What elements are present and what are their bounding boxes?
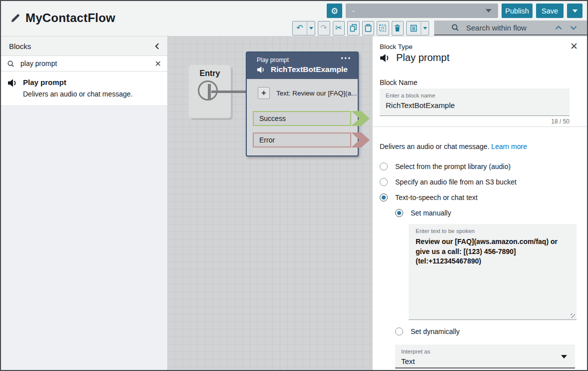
annotations-button[interactable]	[407, 22, 421, 35]
option-label: Specify an audio file from an S3 bucket	[395, 178, 517, 186]
flow-canvas[interactable]: Entry Play prompt ••• RichTextBotExample…	[167, 36, 372, 370]
page-title: MyContactFlow	[25, 11, 115, 25]
undo-icon: ↶	[296, 24, 303, 32]
option-prompt-library[interactable]: Select from the prompt library (audio)	[380, 162, 511, 170]
radio-selected-icon[interactable]	[395, 209, 403, 217]
block-name-label: Block Name	[380, 78, 417, 86]
option-s3-bucket[interactable]: Specify an audio file from an S3 bucket	[380, 178, 517, 186]
chevron-down-icon	[486, 9, 492, 12]
play-prompt-node[interactable]: Play prompt ••• RichTextBotExample + Tex…	[246, 52, 359, 156]
chevron-down-icon	[309, 27, 313, 30]
copy-button[interactable]	[347, 21, 360, 36]
sidebar-title: Blocks	[9, 42, 31, 50]
block-item-description: Delivers an audio or chat message.	[23, 90, 132, 98]
description-text: Delivers an audio or chat message.	[380, 142, 489, 150]
radio-unselected-icon[interactable]	[380, 178, 388, 186]
resize-handle-icon[interactable]	[571, 314, 575, 318]
entry-port-stem	[208, 84, 211, 99]
blocks-search-row: ✕	[1, 56, 167, 72]
blocks-sidebar: Blocks ✕ Play prompt Delivers an audio o…	[1, 36, 167, 370]
clipboard-icon	[365, 24, 372, 32]
app-window: MyContactFlow ⚙ - Publish Save ↶ ↷ ✂	[0, 0, 588, 371]
clear-search-icon[interactable]: ✕	[155, 59, 161, 68]
edit-pencil-icon[interactable]	[10, 13, 20, 24]
flow-title-area: MyContactFlow	[10, 11, 115, 25]
learn-more-link[interactable]: Learn more	[491, 142, 527, 150]
scissors-icon: ✂	[335, 24, 342, 32]
undo-menu-button[interactable]	[307, 22, 315, 35]
redo-icon: ↷	[321, 24, 327, 32]
search-icon	[7, 60, 14, 68]
top-controls: ⚙ - Publish Save	[327, 4, 583, 18]
node-action-row: + Text: Review our [FAQ](a...	[258, 87, 358, 99]
radio-unselected-icon[interactable]	[380, 162, 388, 170]
option-label: Set dynamically	[411, 328, 460, 336]
branch-error[interactable]: Error	[253, 132, 351, 148]
publish-button[interactable]: Publish	[502, 4, 533, 18]
close-icon[interactable]: ✕	[570, 42, 578, 51]
node-menu-ellipsis-icon[interactable]: •••	[341, 55, 352, 62]
block-item-title: Play prompt	[23, 78, 132, 87]
save-menu-button[interactable]	[567, 4, 583, 18]
node-name: RichTextBotExample	[271, 65, 348, 74]
flow-search-input[interactable]	[465, 23, 555, 32]
entry-label: Entry	[189, 69, 231, 78]
block-description: Delivers an audio or chat message. Learn…	[380, 142, 527, 150]
note-document-icon	[410, 24, 417, 32]
marquee-select-icon	[379, 24, 387, 32]
option-set-dynamically[interactable]: Set dynamically	[395, 328, 460, 336]
interpret-as-value: Text	[401, 357, 569, 366]
undo-button[interactable]: ↶	[293, 22, 307, 35]
gear-icon: ⚙	[331, 6, 338, 16]
option-text-to-speech[interactable]: Text-to-speech or chat text	[380, 194, 478, 202]
blocks-search-input[interactable]	[19, 59, 150, 68]
flow-toolbar: ↶ ↷ ✂	[292, 20, 587, 36]
branch-success-arrow-icon[interactable]	[351, 111, 370, 126]
chevron-up-icon[interactable]	[555, 26, 562, 30]
block-list-item-play-prompt[interactable]: Play prompt Delivers an audio or chat me…	[1, 72, 167, 106]
cut-button[interactable]: ✂	[333, 21, 345, 36]
option-set-manually[interactable]: Set manually	[395, 209, 451, 217]
character-counter: 18 / 50	[380, 118, 570, 125]
version-dropdown[interactable]: -	[346, 4, 498, 18]
radio-unselected-icon[interactable]	[395, 328, 403, 336]
collapse-chevron-left-icon[interactable]	[155, 43, 159, 50]
redo-button[interactable]: ↷	[318, 21, 330, 36]
delete-button[interactable]	[392, 21, 404, 36]
chevron-down-icon[interactable]	[570, 26, 577, 30]
chevron-down-icon	[423, 27, 427, 30]
interpret-as-select[interactable]: Interpret as Text	[395, 344, 575, 368]
flow-search-bar	[434, 20, 587, 36]
block-settings-panel: Block Type ✕ Play prompt Block Name Ente…	[372, 36, 587, 370]
annotations-menu-button[interactable]	[421, 22, 429, 35]
connector-line	[211, 90, 250, 93]
node-name-row: RichTextBotExample	[247, 65, 358, 74]
branch-error-arrow-icon[interactable]	[351, 132, 370, 148]
node-action-text: Text: Review our [FAQ](a...	[276, 90, 357, 97]
block-type-label: Block Type	[380, 43, 413, 50]
save-button[interactable]: Save	[536, 4, 564, 18]
block-item-texts: Play prompt Delivers an audio or chat me…	[23, 78, 132, 98]
sidebar-header: Blocks	[1, 36, 167, 56]
version-value: -	[352, 6, 355, 15]
settings-button[interactable]: ⚙	[327, 4, 342, 18]
block-name-value: RichTextBotExample	[386, 101, 564, 110]
paste-button[interactable]	[362, 21, 375, 36]
interpret-as-label: Interpret as	[401, 348, 569, 354]
speaker-icon	[380, 54, 390, 62]
top-bar: MyContactFlow ⚙ - Publish Save ↶ ↷ ✂	[1, 1, 587, 36]
option-label: Text-to-speech or chat text	[395, 194, 478, 202]
branch-success[interactable]: Success	[253, 111, 351, 126]
section-divider	[373, 126, 587, 127]
block-name-field[interactable]: Enter a block name RichTextBotExample	[380, 88, 570, 116]
add-icon[interactable]: +	[258, 87, 270, 99]
search-nav	[555, 26, 577, 30]
block-name-placeholder: Enter a block name	[386, 92, 564, 98]
annotations-button-group	[406, 21, 429, 36]
speaker-icon	[7, 78, 17, 88]
block-type-heading: Play prompt	[380, 52, 450, 64]
select-multiple-button[interactable]	[377, 21, 389, 36]
speaker-icon	[257, 66, 265, 74]
tts-text-field[interactable]: Enter text to be spoken Review our [FAQ]…	[409, 224, 577, 320]
radio-selected-icon[interactable]	[380, 194, 388, 202]
